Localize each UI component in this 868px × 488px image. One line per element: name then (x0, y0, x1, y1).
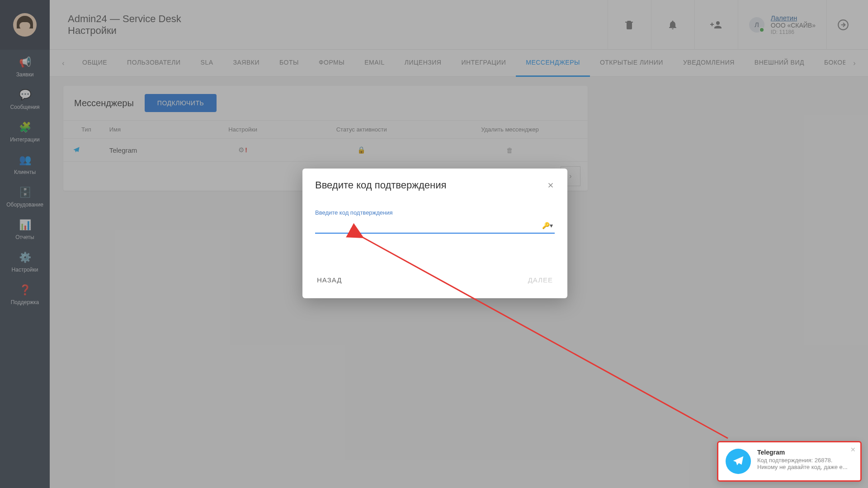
modal-title: Введите код подтверждения (315, 179, 446, 191)
toast-line2: Никому не давайте код, даже е... (757, 464, 853, 470)
toast-title: Telegram (757, 449, 853, 456)
code-input-label: Введите код подтверждения (315, 209, 555, 216)
close-icon (547, 181, 555, 189)
telegram-toast[interactable]: Telegram Код подтверждения: 26878. Ником… (717, 441, 862, 482)
back-button[interactable]: НАЗАД (315, 272, 344, 287)
modal-close-button[interactable] (547, 181, 555, 189)
toast-line1: Код подтверждения: 26878. (757, 457, 853, 464)
next-button[interactable]: ДАЛЕЕ (526, 272, 555, 287)
telegram-toast-icon (726, 449, 751, 474)
key-icon[interactable]: 🔑▾ (542, 222, 553, 229)
confirmation-code-modal: Введите код подтверждения Введите код по… (302, 169, 567, 298)
code-input[interactable] (315, 218, 555, 234)
toast-close[interactable]: ✕ (850, 446, 856, 453)
